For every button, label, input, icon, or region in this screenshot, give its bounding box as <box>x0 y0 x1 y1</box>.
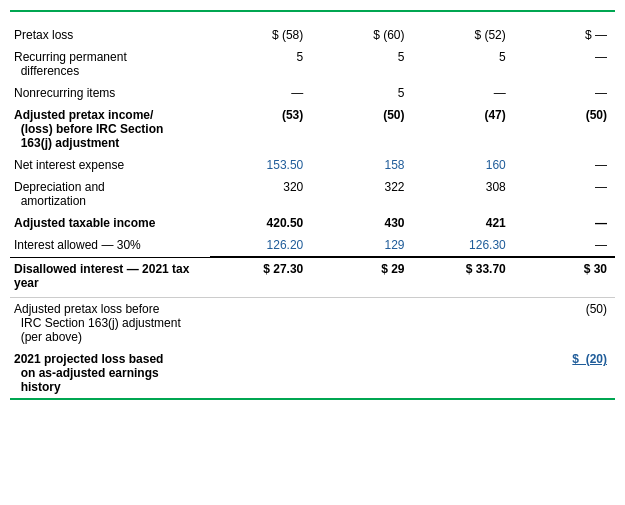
cell-projected-loss-col4: $ (20) <box>514 348 615 398</box>
row-label-adjusted-pretax: Adjusted pretax income/ (loss) before IR… <box>10 104 210 154</box>
cell-depreciation-col3: 308 <box>413 176 514 212</box>
table-row: Net interest expense153.50158160— <box>10 154 615 176</box>
cell-adjusted-pretax-col3: (47) <box>413 104 514 154</box>
cell-adjusted-taxable-col3: 421 <box>413 212 514 234</box>
cell-interest-allowed-col4: — <box>514 234 615 257</box>
cell-adjusted-pretax-loss-col1 <box>210 298 311 349</box>
cell-recurring-permanent-col2: 5 <box>311 46 412 82</box>
cell-projected-loss-col1 <box>210 348 311 398</box>
row-label-interest-allowed: Interest allowed — 30% <box>10 234 210 257</box>
cell-recurring-permanent-col3: 5 <box>413 46 514 82</box>
cell-net-interest-col2: 158 <box>311 154 412 176</box>
table-row: Interest allowed — 30%126.20129126.30— <box>10 234 615 257</box>
row-label-projected-loss: 2021 projected loss based on as-adjusted… <box>10 348 210 398</box>
table-row: Disallowed interest — 2021 tax year$ 27.… <box>10 257 615 294</box>
table-header-row <box>10 12 615 24</box>
col-average-header <box>514 12 615 24</box>
row-label-adjusted-taxable: Adjusted taxable income <box>10 212 210 234</box>
cell-nonrecurring-items-col4: — <box>514 82 615 104</box>
cell-pretax-loss-col1: $ (58) <box>210 24 311 46</box>
cell-adjusted-taxable-col2: 430 <box>311 212 412 234</box>
col-label-header <box>10 12 210 24</box>
cell-adjusted-pretax-col1: (53) <box>210 104 311 154</box>
table-row: Adjusted pretax loss before IRC Section … <box>10 298 615 349</box>
row-label-pretax-loss: Pretax loss <box>10 24 210 46</box>
row-label-disallowed-interest: Disallowed interest — 2021 tax year <box>10 257 210 294</box>
cell-interest-allowed-col2: 129 <box>311 234 412 257</box>
row-label-nonrecurring-items: Nonrecurring items <box>10 82 210 104</box>
cell-net-interest-col4: — <box>514 154 615 176</box>
cell-nonrecurring-items-col3: — <box>413 82 514 104</box>
cell-disallowed-interest-col1: $ 27.30 <box>210 257 311 294</box>
cell-adjusted-pretax-loss-col3 <box>413 298 514 349</box>
table-row: Nonrecurring items—5—— <box>10 82 615 104</box>
cell-nonrecurring-items-col1: — <box>210 82 311 104</box>
table-row: Pretax loss$ (58)$ (60)$ (52)$ — <box>10 24 615 46</box>
cell-nonrecurring-items-col2: 5 <box>311 82 412 104</box>
cell-adjusted-taxable-col4: — <box>514 212 615 234</box>
cell-adjusted-pretax-col4: (50) <box>514 104 615 154</box>
financial-table: Pretax loss$ (58)$ (60)$ (52)$ —Recurrin… <box>10 10 615 400</box>
cell-pretax-loss-col3: $ (52) <box>413 24 514 46</box>
cell-net-interest-col3: 160 <box>413 154 514 176</box>
cell-pretax-loss-col4: $ — <box>514 24 615 46</box>
cell-depreciation-col1: 320 <box>210 176 311 212</box>
cell-adjusted-pretax-loss-col2 <box>311 298 412 349</box>
row-label-depreciation: Depreciation and amortization <box>10 176 210 212</box>
cell-interest-allowed-col1: 126.20 <box>210 234 311 257</box>
cell-adjusted-pretax-loss-col4: (50) <box>514 298 615 349</box>
col-2018-header <box>210 12 311 24</box>
table-row: Adjusted taxable income420.50430421— <box>10 212 615 234</box>
cell-recurring-permanent-col4: — <box>514 46 615 82</box>
cell-pretax-loss-col2: $ (60) <box>311 24 412 46</box>
cell-depreciation-col4: — <box>514 176 615 212</box>
cell-disallowed-interest-col2: $ 29 <box>311 257 412 294</box>
cell-adjusted-taxable-col1: 420.50 <box>210 212 311 234</box>
cell-interest-allowed-col3: 126.30 <box>413 234 514 257</box>
cell-projected-loss-col3 <box>413 348 514 398</box>
cell-disallowed-interest-col4: $ 30 <box>514 257 615 294</box>
col-2020-header <box>413 12 514 24</box>
cell-depreciation-col2: 322 <box>311 176 412 212</box>
cell-adjusted-pretax-col2: (50) <box>311 104 412 154</box>
col-2019-header <box>311 12 412 24</box>
cell-recurring-permanent-col1: 5 <box>210 46 311 82</box>
cell-disallowed-interest-col3: $ 33.70 <box>413 257 514 294</box>
cell-net-interest-col1: 153.50 <box>210 154 311 176</box>
table-row: Recurring permanent differences555— <box>10 46 615 82</box>
row-label-adjusted-pretax-loss: Adjusted pretax loss before IRC Section … <box>10 298 210 349</box>
row-label-recurring-permanent: Recurring permanent differences <box>10 46 210 82</box>
table-row: Depreciation and amortization320322308— <box>10 176 615 212</box>
table-row: 2021 projected loss based on as-adjusted… <box>10 348 615 398</box>
table-row: Adjusted pretax income/ (loss) before IR… <box>10 104 615 154</box>
cell-projected-loss-col2 <box>311 348 412 398</box>
row-label-net-interest: Net interest expense <box>10 154 210 176</box>
